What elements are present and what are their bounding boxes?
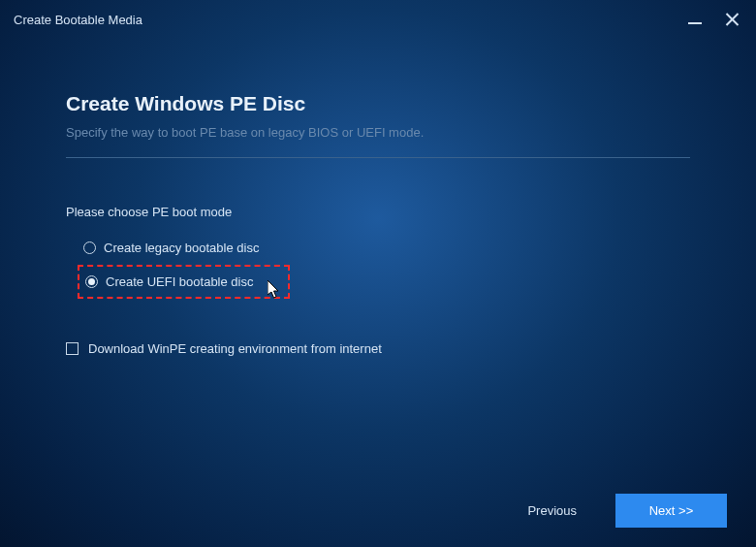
next-button[interactable]: Next >> bbox=[615, 494, 727, 528]
radio-uefi-bootable[interactable]: Create UEFI bootable disc bbox=[85, 274, 253, 289]
boot-mode-radio-group: Create legacy bootable disc Create UEFI … bbox=[66, 241, 690, 299]
page-title: Create Windows PE Disc bbox=[66, 92, 690, 115]
cursor-icon bbox=[268, 280, 282, 300]
main-content: Create Windows PE Disc Specify the way t… bbox=[0, 39, 756, 356]
header-divider bbox=[66, 157, 690, 158]
radio-icon bbox=[83, 241, 96, 254]
checkbox-label: Download WinPE creating environment from… bbox=[88, 341, 382, 356]
download-winpe-checkbox[interactable]: Download WinPE creating environment from… bbox=[66, 341, 690, 356]
boot-mode-label: Please choose PE boot mode bbox=[66, 205, 690, 219]
radio-label: Create legacy bootable disc bbox=[104, 241, 259, 255]
radio-label: Create UEFI bootable disc bbox=[106, 274, 253, 289]
previous-button[interactable]: Previous bbox=[518, 496, 586, 526]
window-title: Create Bootable Media bbox=[14, 13, 142, 27]
window-controls bbox=[688, 13, 739, 26]
close-icon[interactable] bbox=[725, 13, 739, 26]
minimize-icon[interactable] bbox=[688, 13, 702, 26]
page-subtitle: Specify the way to boot PE base on legac… bbox=[66, 125, 690, 140]
footer-buttons: Previous Next >> bbox=[518, 494, 727, 528]
radio-legacy-bootable[interactable]: Create legacy bootable disc bbox=[83, 241, 690, 255]
checkbox-icon bbox=[66, 342, 79, 355]
radio-icon bbox=[85, 275, 98, 288]
highlight-selection: Create UEFI bootable disc bbox=[78, 265, 290, 299]
title-bar: Create Bootable Media bbox=[0, 0, 756, 39]
